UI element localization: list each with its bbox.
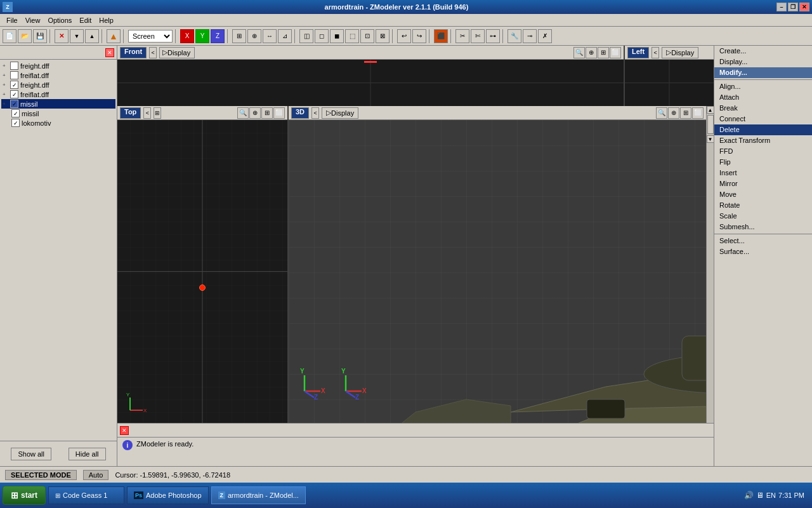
3d-viewport-max[interactable]: ⬜ — [692, 107, 704, 119]
right-insert-button[interactable]: Insert — [714, 168, 812, 178]
tree-check-3[interactable] — [10, 81, 18, 89]
right-break-button[interactable]: Break — [714, 103, 812, 114]
tool-6[interactable]: ◻ — [315, 29, 329, 43]
tree-item-freight1[interactable]: + freight.dff — [1, 61, 115, 70]
taskbar-photoshop[interactable]: Ps Adobe Photoshop — [127, 486, 208, 504]
export-button[interactable]: ▲ — [85, 29, 99, 43]
log-close-button[interactable]: ✕ — [120, 426, 129, 435]
top-viewport-arrow[interactable]: < — [143, 107, 151, 119]
tool-18[interactable]: ✗ — [538, 29, 552, 43]
menu-file[interactable]: File — [3, 16, 22, 25]
tool-1[interactable]: ⊞ — [232, 29, 246, 43]
right-connect-button[interactable]: Connect — [714, 114, 812, 124]
import-button[interactable]: ▼ — [70, 29, 84, 43]
3d-canvas-area[interactable]: X Y Z X Y Z — [289, 120, 706, 423]
3d-zoom-3[interactable]: ⊞ — [680, 107, 691, 119]
menu-view[interactable]: View — [22, 16, 44, 25]
save-button[interactable]: 💾 — [33, 29, 47, 43]
right-modify-button[interactable]: Modify... — [714, 67, 812, 78]
right-attach-button[interactable]: Attach — [714, 92, 812, 103]
x-axis-button[interactable]: X — [180, 29, 194, 43]
right-move-button[interactable]: Move — [714, 189, 812, 200]
z-axis-button[interactable]: Z — [211, 29, 225, 43]
tree-item-lokomotiv[interactable]: lokomotiv — [1, 118, 115, 128]
tool-3[interactable]: ↔ — [263, 29, 277, 43]
close-button[interactable]: ✕ — [799, 3, 809, 11]
menu-options[interactable]: Options — [44, 16, 75, 25]
tool-14[interactable]: ✄ — [471, 29, 485, 43]
right-surface-button[interactable]: Surface... — [714, 246, 812, 257]
tree-expand-5[interactable]: + — [3, 101, 10, 107]
left-viewport-arrow[interactable]: < — [652, 47, 659, 58]
tree-item-missil-parent[interactable]: + missil — [1, 99, 115, 109]
right-delete-button[interactable]: Delete — [714, 124, 812, 135]
tool-11[interactable]: ↩ — [397, 29, 411, 43]
tree-check-2[interactable] — [10, 71, 18, 79]
tool-10[interactable]: ⊠ — [376, 29, 390, 43]
tree-expand-3[interactable]: + — [3, 82, 10, 88]
tree-check-6[interactable] — [11, 109, 20, 117]
scroll-thumb[interactable] — [707, 115, 714, 134]
right-exact-transform-button[interactable]: Exact Transform — [714, 135, 812, 146]
hide-all-button[interactable]: Hide all — [69, 448, 106, 460]
tool-9[interactable]: ⊡ — [360, 29, 374, 43]
shape-button[interactable]: ▲ — [107, 29, 121, 43]
front-zoom-3[interactable]: ⊞ — [598, 47, 609, 58]
front-zoom-2[interactable]: ⊕ — [586, 47, 597, 58]
front-viewport-max[interactable]: ⬜ — [610, 47, 621, 58]
right-rotate-button[interactable]: Rotate — [714, 200, 812, 211]
tree-item-freight2[interactable]: + freight.dff — [1, 80, 115, 90]
tree-item-missil-child[interactable]: missil — [1, 109, 115, 118]
show-all-button[interactable]: Show all — [11, 448, 51, 460]
minimize-button[interactable]: – — [776, 3, 787, 11]
3d-zoom-1[interactable]: 🔍 — [656, 107, 667, 119]
right-select-button[interactable]: Select... — [714, 236, 812, 246]
top-zoom-1[interactable]: 🔍 — [237, 107, 249, 119]
front-viewport-title[interactable]: Front — [120, 47, 147, 58]
tool-16[interactable]: 🔧 — [508, 29, 521, 43]
tool-13[interactable]: ✂ — [455, 29, 469, 43]
tool-5[interactable]: ◫ — [299, 29, 313, 43]
top-viewport-title[interactable]: Top — [120, 107, 141, 119]
tool-4[interactable]: ⊿ — [278, 29, 292, 43]
3d-viewport-title[interactable]: 3D — [291, 107, 309, 119]
restore-button[interactable]: ❐ — [788, 3, 798, 11]
tree-expand-1[interactable]: + — [3, 63, 10, 69]
menu-edit[interactable]: Edit — [75, 16, 95, 25]
tree-check-5[interactable] — [10, 100, 18, 108]
undo-red[interactable]: ✕ — [55, 29, 69, 43]
right-scale-button[interactable]: Scale — [714, 211, 812, 222]
taskbar-zmodeler[interactable]: Z armordtrain - ZModel... — [211, 486, 306, 504]
tool-17[interactable]: ⊸ — [523, 29, 537, 43]
tree-check-7[interactable] — [11, 119, 20, 127]
right-create-button[interactable]: Create... — [714, 46, 812, 57]
open-button[interactable]: 📂 — [18, 29, 32, 43]
tree-expand-4[interactable]: + — [3, 91, 10, 97]
tool-8[interactable]: ⬚ — [345, 29, 359, 43]
3d-zoom-2[interactable]: ⊕ — [668, 107, 679, 119]
tool-7[interactable]: ◼ — [330, 29, 344, 43]
tree-check-1[interactable] — [10, 62, 18, 70]
top-zoom-2[interactable]: ⊕ — [249, 107, 261, 119]
right-panel-scrollbar[interactable]: ▲ ▼ — [706, 106, 714, 423]
front-zoom-1[interactable]: 🔍 — [573, 47, 585, 58]
front-viewport-arrow[interactable]: < — [149, 47, 157, 58]
right-flip-button[interactable]: Flip — [714, 157, 812, 168]
right-submesh-button[interactable]: Submesh... — [714, 222, 812, 232]
3d-viewport-arrow[interactable]: < — [311, 107, 319, 119]
tree-expand-2[interactable]: + — [3, 72, 10, 78]
top-viewport-max[interactable]: ⬜ — [273, 107, 285, 119]
scroll-down[interactable]: ▼ — [707, 135, 714, 143]
taskbar-code-geass[interactable]: ⊞ Code Geass 1 — [48, 486, 124, 504]
tool-15[interactable]: ⊶ — [486, 29, 500, 43]
top-zoom-3[interactable]: ⊞ — [261, 107, 273, 119]
new-button[interactable]: 📄 — [3, 29, 16, 43]
menu-help[interactable]: Help — [95, 16, 117, 25]
tree-item-freiflat2[interactable]: + freiflat.dff — [1, 90, 115, 99]
right-ffd-button[interactable]: FFD — [714, 146, 812, 157]
left-viewport-title[interactable]: Left — [627, 47, 649, 58]
tool-12[interactable]: ↪ — [412, 29, 426, 43]
y-axis-button[interactable]: Y — [195, 29, 209, 43]
tool-render[interactable]: ⬛ — [434, 29, 448, 43]
tree-item-freiflat1[interactable]: + freiflat.dff — [1, 70, 115, 80]
